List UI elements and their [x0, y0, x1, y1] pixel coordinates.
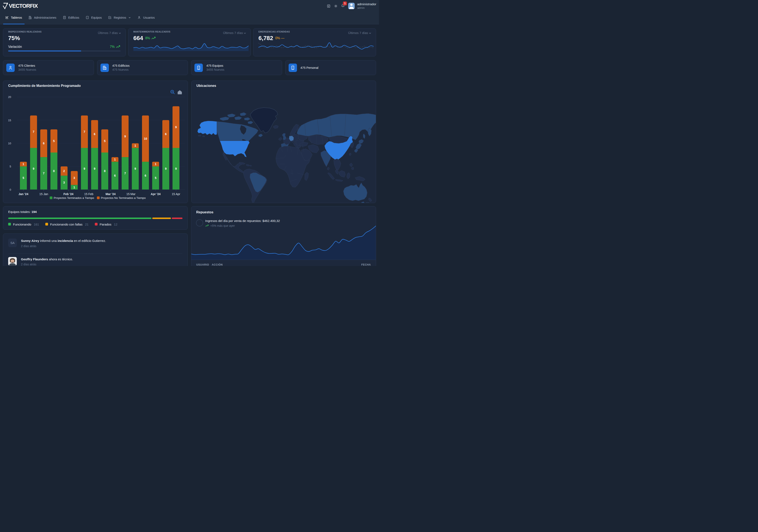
svg-text:15 Apr: 15 Apr: [172, 193, 180, 196]
svg-text:6: 6: [114, 174, 116, 177]
svg-text:5: 5: [104, 139, 106, 143]
svg-text:7: 7: [33, 130, 34, 133]
svg-text:1: 1: [73, 186, 75, 189]
svg-text:5: 5: [53, 139, 55, 143]
svg-text:5: 5: [10, 165, 11, 168]
svg-text:Jan '24: Jan '24: [18, 193, 28, 196]
svg-text:15 Mar: 15 Mar: [126, 193, 135, 196]
svg-text:5: 5: [23, 176, 24, 180]
svg-text:10: 10: [144, 137, 147, 140]
svg-text:9: 9: [124, 135, 126, 138]
svg-text:9: 9: [165, 167, 167, 170]
svg-text:7: 7: [84, 130, 86, 133]
svg-text:1: 1: [23, 162, 24, 166]
svg-text:20: 20: [8, 95, 11, 99]
svg-text:3: 3: [73, 176, 75, 180]
svg-text:6: 6: [145, 174, 146, 177]
svg-text:5: 5: [155, 176, 156, 180]
svg-text:2: 2: [63, 169, 65, 173]
svg-text:6: 6: [43, 142, 45, 145]
svg-text:9: 9: [134, 167, 136, 170]
svg-text:15 Feb: 15 Feb: [84, 193, 93, 196]
svg-text:3: 3: [63, 181, 65, 184]
svg-text:Feb '24: Feb '24: [63, 193, 73, 196]
svg-text:1: 1: [134, 144, 136, 147]
svg-text:8: 8: [104, 169, 106, 173]
svg-text:9: 9: [175, 125, 177, 129]
svg-text:9: 9: [94, 167, 95, 170]
svg-text:7: 7: [124, 172, 126, 175]
svg-text:Apr '24: Apr '24: [151, 193, 161, 196]
svg-text:7: 7: [43, 172, 45, 175]
svg-text:9: 9: [175, 167, 177, 170]
svg-text:10: 10: [8, 142, 11, 145]
svg-text:1: 1: [155, 162, 156, 166]
svg-text:0: 0: [10, 188, 11, 191]
svg-text:15: 15: [8, 119, 11, 122]
svg-text:Mar '24: Mar '24: [106, 193, 116, 196]
svg-text:1: 1: [114, 158, 116, 161]
svg-text:6: 6: [165, 132, 167, 136]
svg-text:9: 9: [33, 167, 34, 170]
svg-text:8: 8: [53, 169, 55, 173]
svg-text:15 Jan: 15 Jan: [39, 193, 48, 196]
svg-text:Proyectos Terminados a Tiempo: Proyectos Terminados a Tiempo: [54, 196, 94, 199]
svg-text:9: 9: [84, 167, 86, 170]
svg-text:6: 6: [94, 132, 95, 136]
svg-text:Proyectos No Terminados a Tiem: Proyectos No Terminados a Tiempo: [101, 196, 146, 199]
